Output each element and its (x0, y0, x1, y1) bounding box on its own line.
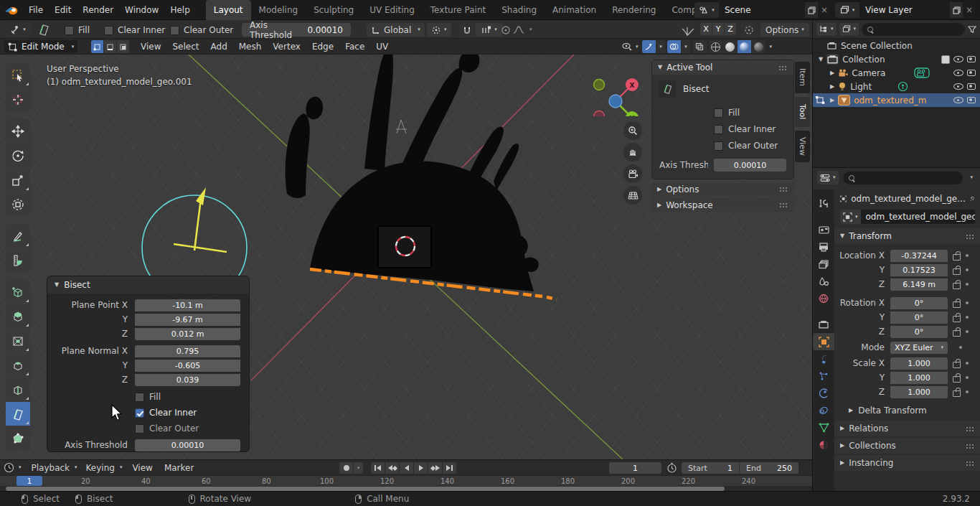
shading-dropdown[interactable]: ▾ (770, 44, 773, 50)
play-reverse-button[interactable] (400, 462, 413, 474)
light-object-wire[interactable] (396, 120, 407, 133)
view-layer-name[interactable]: View Layer (859, 5, 950, 15)
scene-properties-tab[interactable] (813, 273, 834, 290)
material-preview-button[interactable] (738, 40, 751, 53)
extrude-region-tool[interactable] (6, 304, 30, 328)
rendered-shading-button[interactable] (752, 40, 765, 53)
object-visibility-dropdown[interactable]: ▾ (620, 40, 641, 53)
add-cube-tool[interactable] (6, 280, 30, 304)
menu-render[interactable]: Render (77, 5, 119, 15)
auto-key-button[interactable] (339, 462, 353, 474)
pin-icon[interactable] (970, 195, 975, 203)
plane-point-x-field[interactable]: -10.1 m (135, 299, 240, 311)
instancing-panel-header[interactable]: ▶Instancing (834, 455, 980, 471)
auto-key-dropdown[interactable]: ▾ (354, 462, 363, 474)
delta-transform-toggle[interactable]: ▶Delta Transform (834, 402, 976, 419)
playback-menu[interactable]: Playback▾ (27, 463, 82, 473)
lock-icon[interactable] (953, 283, 961, 289)
rotation-x-field[interactable]: 0° (890, 297, 948, 309)
prev-keyframe-button[interactable] (385, 462, 399, 474)
eye-icon[interactable] (953, 56, 963, 62)
sidebar-tab-view[interactable]: View (795, 131, 810, 162)
xray-toggle-button[interactable] (692, 40, 707, 53)
outliner-row-camera[interactable]: ▶ Camera (813, 66, 980, 80)
collections-panel-header[interactable]: ▶Collections (834, 438, 980, 454)
plane-point-z-field[interactable]: 0.012 m (135, 328, 240, 340)
panel-grip[interactable] (778, 65, 788, 70)
bisect-tool-button[interactable] (6, 402, 30, 426)
menu-edit[interactable]: Edit (49, 5, 77, 15)
gizmo-negx-ball[interactable] (594, 111, 605, 117)
face-select-button[interactable] (117, 40, 129, 53)
collection-checkbox[interactable] (941, 55, 950, 64)
overlays-dropdown[interactable]: ▾ (682, 40, 691, 53)
end-frame-field[interactable]: End 250 (740, 462, 798, 474)
animate-dot[interactable] (959, 346, 962, 349)
menu-vertex[interactable]: Vertex (267, 42, 306, 52)
eye-icon[interactable] (953, 97, 963, 103)
scale-y-field[interactable]: 1.000 (890, 372, 948, 384)
eye-icon[interactable] (953, 70, 963, 76)
menu-add[interactable]: Add (205, 42, 233, 52)
edge-select-button[interactable] (104, 40, 116, 53)
keying-menu[interactable]: Keying▾ (82, 463, 127, 473)
unlink-scene-button[interactable]: × (818, 2, 831, 18)
jump-to-start-button[interactable] (371, 462, 385, 474)
sb-axis-threshold-field[interactable]: 0.00010 (714, 159, 786, 172)
play-button[interactable] (414, 462, 428, 474)
move-tool[interactable] (6, 119, 30, 143)
render-properties-tab[interactable] (813, 221, 834, 238)
location-y-field[interactable]: 0.17523 (890, 264, 948, 276)
lock-icon[interactable] (953, 376, 961, 383)
new-view-layer-button[interactable] (950, 2, 963, 18)
rotation-y-field[interactable]: 0° (890, 311, 948, 324)
lock-icon[interactable] (953, 330, 961, 337)
animate-dot[interactable] (966, 330, 969, 333)
gizmo-negz-ball[interactable] (594, 80, 605, 90)
lock-icon[interactable] (953, 390, 961, 397)
outliner-row-scene-collection[interactable]: Scene Collection (813, 39, 980, 52)
options-panel-header[interactable]: ▶ Options (651, 182, 794, 196)
filter-funnel-icon[interactable] (968, 25, 976, 34)
outliner-search[interactable] (862, 23, 965, 36)
plane-normal-y-field[interactable]: -0.605 (135, 360, 240, 372)
expand-triangle-icon[interactable]: ▶ (830, 70, 834, 76)
falloff-curve-icon[interactable] (513, 25, 524, 34)
clear-inner-checkbox[interactable] (104, 26, 113, 35)
axis-threshold-field[interactable]: Axis Threshold 0.00010 (242, 23, 351, 37)
transform-orientation-dropdown[interactable]: Global ▾ (367, 23, 425, 37)
properties-context-dropdown[interactable]: ▾ (817, 171, 839, 184)
plane-normal-x-field[interactable]: 0.795 (135, 345, 240, 357)
navigation-gizmo[interactable]: X Y (587, 65, 644, 116)
op-clear-inner-checkbox[interactable] (135, 408, 144, 418)
light-data-icon[interactable] (897, 81, 908, 92)
animate-dot[interactable] (966, 254, 969, 257)
overlays-toggle-button[interactable] (667, 40, 681, 53)
expand-triangle-icon[interactable]: ▼ (819, 57, 823, 62)
op-fill-checkbox[interactable] (135, 393, 144, 402)
tab-uv-editing[interactable]: UV Editing (362, 0, 423, 20)
tool-properties-tab[interactable] (813, 195, 834, 212)
zoom-button[interactable] (623, 121, 642, 140)
playhead[interactable]: 1 (17, 476, 42, 486)
datablock-name-field[interactable]: odm_textured_model_geo.0... (861, 210, 975, 224)
workspace-panel-header[interactable]: ▶ Workspace (651, 198, 794, 212)
wireframe-shading-button[interactable] (709, 40, 722, 53)
world-properties-tab[interactable] (813, 290, 834, 307)
tab-rendering[interactable]: Rendering (604, 0, 664, 20)
timeline-marker-menu[interactable]: Marker (159, 463, 199, 473)
menu-mesh[interactable]: Mesh (233, 42, 268, 52)
sb-fill-checkbox[interactable] (714, 108, 723, 118)
vertex-select-button[interactable] (91, 40, 103, 53)
rotation-z-field[interactable]: 0° (890, 326, 948, 338)
render-camera-icon[interactable] (967, 83, 976, 90)
snap-toggle-button[interactable] (459, 23, 475, 37)
render-camera-icon[interactable] (967, 56, 976, 62)
expand-triangle-icon[interactable]: ▶ (830, 84, 834, 90)
op-axis-threshold-field[interactable]: 0.00010 (135, 439, 240, 451)
menu-uv[interactable]: UV (370, 42, 394, 52)
location-x-field[interactable]: -0.37244 (890, 250, 948, 262)
pan-button[interactable] (623, 143, 642, 161)
menu-view[interactable]: View (135, 42, 166, 52)
collection-properties-tab[interactable] (813, 316, 834, 333)
